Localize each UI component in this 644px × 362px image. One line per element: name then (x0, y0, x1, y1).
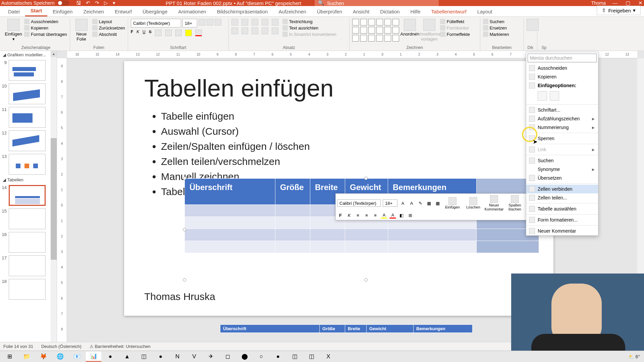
ctx-format-shape[interactable]: Form formatieren... (526, 216, 598, 224)
tab-entwurf[interactable]: Entwurf (109, 7, 137, 16)
selection-handle[interactable] (364, 177, 368, 180)
tab-tabellenentwurf[interactable]: Tabellenentwurf (426, 7, 472, 16)
paste-button[interactable]: Einfügen▾ (5, 19, 22, 42)
app-icon-2[interactable]: ◫ (136, 352, 152, 362)
mini-align-center[interactable]: ≡ (363, 212, 370, 219)
slide-counter[interactable]: Folie 14 von 31 (3, 344, 33, 349)
reset-button[interactable]: Zurücksetzen (92, 25, 125, 31)
search-box[interactable]: 🔍 Suchen (315, 0, 439, 6)
explorer-icon[interactable]: 📁 (19, 352, 34, 362)
mini-align-right[interactable]: ≡ (372, 212, 379, 219)
increase-indent-button[interactable] (262, 19, 268, 25)
paste-keep-source[interactable] (538, 91, 547, 101)
mini-font-color[interactable]: A (389, 212, 396, 219)
slide-thumb-14[interactable] (9, 185, 46, 206)
justify-button[interactable] (262, 27, 268, 34)
selection-handle[interactable] (364, 278, 368, 282)
firefox-icon[interactable]: 🦊 (36, 352, 51, 362)
mini-shrink-font[interactable]: A (408, 200, 415, 206)
slideshow-icon[interactable]: ▷ (104, 0, 108, 6)
tab-uebergaenge[interactable]: Übergänge (137, 7, 173, 16)
tab-ansicht[interactable]: Ansicht (347, 7, 375, 16)
app-icon-8[interactable]: ◫ (304, 352, 319, 362)
maximize-button[interactable]: ▢ (626, 0, 630, 6)
outline-button[interactable]: Formkontur (440, 25, 470, 31)
obs-icon[interactable]: ⬤ (237, 352, 252, 362)
underline-button[interactable]: U (143, 29, 146, 36)
mini-fill[interactable]: ◧ (398, 212, 405, 219)
mini-table-icon[interactable]: ▦ (426, 200, 432, 206)
current-slide[interactable]: Tabellen einfügen Tabelle einfügen Auswa… (124, 61, 553, 316)
italic-button[interactable]: K (137, 29, 139, 36)
slide-thumb-10[interactable] (9, 83, 46, 104)
ctx-bullets[interactable]: Aufzählungszeichen▶ (526, 114, 598, 123)
slide-thumb-16[interactable] (9, 232, 46, 253)
language-indicator[interactable]: Deutsch (Österreich) (41, 344, 82, 349)
case-button[interactable] (175, 29, 182, 36)
mini-align-left[interactable]: ≡ (355, 212, 361, 219)
decrease-indent-button[interactable] (252, 19, 258, 25)
mini-font-combo[interactable]: Calibri (Textkörper) (337, 199, 381, 207)
chrome-icon[interactable]: 🌐 (52, 352, 68, 362)
mini-new-comment-button[interactable]: Neuer Kommentar (485, 195, 503, 211)
qat-more-icon[interactable]: ▾ (113, 0, 115, 6)
scroll-up-icon[interactable]: ▲ (51, 51, 57, 57)
ctx-synonyms[interactable]: Synonyme▶ (526, 165, 598, 174)
vlc-icon[interactable]: ▲ (119, 352, 135, 362)
redo-icon[interactable]: ↷ (95, 0, 99, 6)
tab-einfuegen[interactable]: Einfügen (47, 7, 78, 16)
user-name[interactable]: Thoma (591, 0, 606, 6)
autosave-toggle[interactable] (57, 0, 69, 6)
slide-thumb-17[interactable] (9, 255, 46, 276)
slide-thumb-9[interactable] (9, 60, 46, 81)
shadow-button[interactable] (155, 29, 162, 36)
section-button[interactable]: Abschnitt (92, 32, 125, 37)
accessibility-indicator[interactable]: ⚠ Barrierefreiheit: Untersuchen (90, 344, 151, 349)
font-color-button[interactable] (195, 29, 202, 36)
mini-borders[interactable]: ⊞ (407, 212, 414, 219)
mini-size-combo[interactable]: 18+ (383, 199, 397, 207)
app-icon-7[interactable]: ◫ (287, 352, 303, 362)
selection-handle[interactable] (183, 278, 186, 282)
paste-merge[interactable] (550, 91, 559, 101)
tab-dictation[interactable]: Dictation (375, 7, 405, 16)
selection-handle[interactable] (183, 228, 186, 231)
app-icon-3[interactable]: ● (153, 352, 168, 362)
save-icon[interactable]: 🖫 (76, 0, 81, 6)
font-size-combo[interactable]: 18+ (182, 19, 197, 27)
align-center-button[interactable] (241, 27, 248, 34)
share-button[interactable]: ⇧Freigeben▾ (597, 6, 641, 15)
minimize-button[interactable]: — (612, 0, 618, 6)
outlook-icon[interactable]: 📧 (69, 352, 85, 362)
quick-styles-button[interactable]: Schnellformat- vorlagen (421, 19, 438, 42)
tab-animationen[interactable]: Animationen (173, 7, 211, 16)
format-painter-button[interactable]: Format übertragen (24, 32, 67, 37)
select-button[interactable]: Markieren (483, 32, 509, 37)
highlight-button[interactable] (185, 29, 192, 36)
text-direction-button[interactable]: Textrichtung (282, 19, 336, 24)
app-icon[interactable]: ● (103, 352, 118, 362)
ctx-cut[interactable]: Ausschneiden (526, 64, 598, 72)
tab-aufzeichnen[interactable]: Aufzeichnen (273, 7, 312, 16)
start-button[interactable]: ⊞ (2, 352, 17, 362)
align-text-button[interactable]: Text ausrichten (282, 25, 336, 31)
tab-datei[interactable]: Datei (3, 7, 25, 16)
ctx-lock[interactable]: Sperren (526, 134, 598, 143)
ctx-select-table[interactable]: Tabelle auswählen (526, 204, 598, 213)
powerpoint-icon[interactable]: 📊 (86, 352, 101, 362)
tab-zeichnen[interactable]: Zeichnen (78, 7, 109, 16)
mini-italic[interactable]: K (346, 212, 353, 219)
ctx-search[interactable]: Suchen (526, 156, 598, 165)
mini-delete-button[interactable]: Löschen (464, 197, 483, 209)
telegram-icon[interactable]: ✈ (203, 352, 219, 362)
slide-author[interactable]: Thomas Hruska (144, 291, 215, 302)
dictate-button[interactable] (527, 19, 539, 32)
clear-format-icon[interactable] (215, 19, 221, 25)
mini-bold[interactable]: F (337, 212, 344, 219)
cut-button[interactable]: Ausschneiden (24, 19, 67, 24)
new-slide-button[interactable]: Neue Folie (73, 19, 90, 42)
close-button[interactable]: ✕ (638, 0, 643, 6)
slide-thumb-12[interactable] (9, 130, 46, 151)
undo-icon[interactable]: ↶ (86, 0, 90, 6)
ctx-split-cells[interactable]: Zellen teilen... (526, 193, 598, 202)
